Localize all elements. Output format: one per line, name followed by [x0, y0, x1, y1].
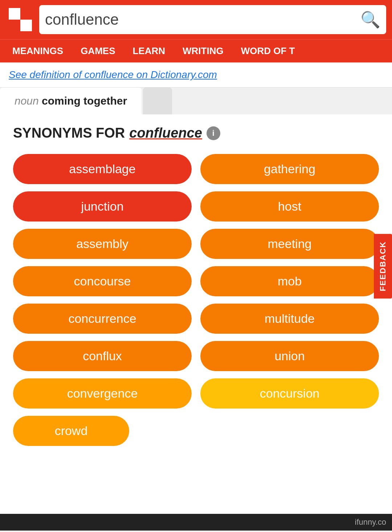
- synonym-union[interactable]: union: [200, 341, 379, 371]
- nav-writing[interactable]: WRITING: [174, 40, 232, 62]
- search-bar: 🔍: [39, 5, 386, 34]
- synonym-assembly[interactable]: assembly: [13, 229, 192, 259]
- synonym-conflux[interactable]: conflux: [13, 341, 192, 371]
- tab-inactive[interactable]: [143, 88, 172, 114]
- nav-word-of-the-day[interactable]: WORD OF T: [232, 40, 304, 62]
- footer: ifunny.co: [0, 514, 392, 531]
- dict-link-prefix: See definition of: [9, 69, 85, 80]
- nav-learn[interactable]: LEARN: [124, 40, 174, 62]
- tab-pos: noun: [15, 95, 39, 107]
- search-icon[interactable]: 🔍: [360, 10, 380, 29]
- synonym-meeting[interactable]: meeting: [200, 229, 379, 259]
- navbar: MEANINGS GAMES LEARN WRITING WORD OF T: [0, 39, 392, 62]
- dictionary-link[interactable]: See definition of confluence on Dictiona…: [0, 62, 392, 88]
- synonym-assemblage[interactable]: assemblage: [13, 154, 192, 184]
- tabs-container: noun coming together: [0, 88, 392, 114]
- synonym-concurrence[interactable]: concurrence: [13, 304, 192, 334]
- search-input[interactable]: [45, 11, 360, 28]
- info-icon[interactable]: i: [207, 126, 220, 140]
- feedback-tab[interactable]: FEEDBACK: [374, 233, 392, 298]
- synonyms-grid: assemblage gathering junction host assem…: [13, 154, 379, 446]
- tab-definition: coming together: [42, 95, 127, 107]
- synonym-junction[interactable]: junction: [13, 191, 192, 222]
- nav-games[interactable]: GAMES: [72, 40, 124, 62]
- synonym-mob[interactable]: mob: [200, 266, 379, 296]
- header: 🔍: [0, 0, 392, 39]
- synonyms-header: SYNONYMS FOR confluence i: [13, 125, 379, 141]
- synonym-concursion[interactable]: concursion: [200, 378, 379, 409]
- footer-label: ifunny.co: [355, 517, 386, 527]
- synonyms-word: confluence: [129, 125, 202, 141]
- logo-icon: [6, 5, 35, 34]
- synonym-concourse[interactable]: concourse: [13, 266, 192, 296]
- nav-meanings[interactable]: MEANINGS: [4, 40, 72, 62]
- dict-link-word: confluence: [85, 69, 134, 80]
- synonyms-title: SYNONYMS FOR: [13, 125, 125, 141]
- main-content: SYNONYMS FOR confluence i assemblage gat…: [0, 114, 392, 514]
- synonym-host[interactable]: host: [200, 191, 379, 222]
- synonym-gathering[interactable]: gathering: [200, 154, 379, 184]
- dict-link-suffix: on Dictionary.com: [134, 69, 217, 80]
- synonym-multitude[interactable]: multitude: [200, 304, 379, 334]
- tab-noun-coming-together[interactable]: noun coming together: [0, 88, 142, 114]
- synonym-crowd[interactable]: crowd: [13, 416, 129, 446]
- synonym-convergence[interactable]: convergence: [13, 378, 192, 409]
